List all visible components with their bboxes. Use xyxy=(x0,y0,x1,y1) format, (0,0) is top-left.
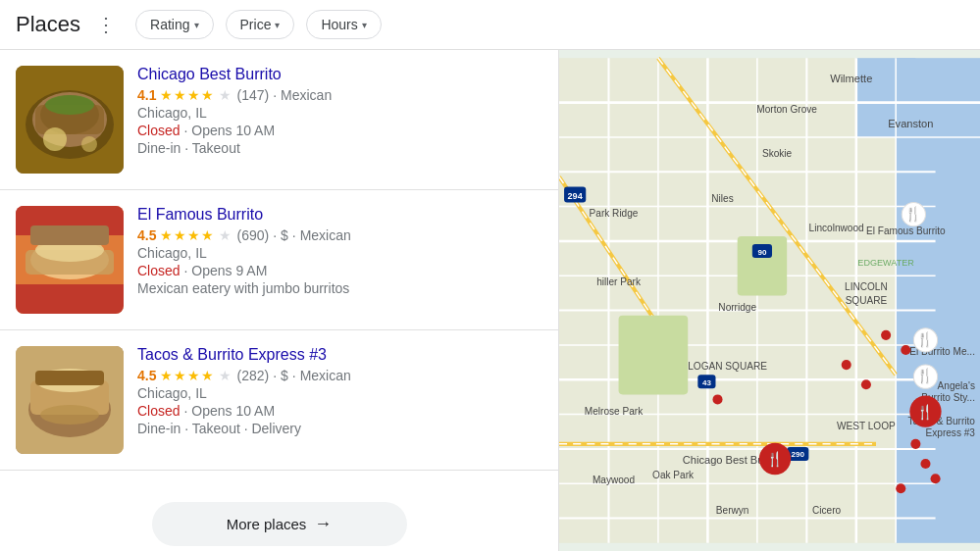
svg-text:294: 294 xyxy=(568,191,583,201)
rating-filter-label: Rating xyxy=(150,17,189,32)
hours-filter-label: Hours xyxy=(321,17,357,32)
place-image xyxy=(16,206,124,314)
svg-text:43: 43 xyxy=(702,378,711,387)
stars-icon: ★★★★ xyxy=(160,227,215,243)
place-services: Dine-in · Takeout · Delivery xyxy=(137,421,542,436)
svg-point-103 xyxy=(712,394,722,404)
place-name: El Famous Burrito xyxy=(137,206,542,224)
svg-rect-18 xyxy=(35,371,104,385)
svg-point-7 xyxy=(81,136,97,152)
stars-icon: ★★★★ xyxy=(160,87,215,103)
svg-text:Cicero: Cicero xyxy=(812,505,842,516)
svg-text:WEST LOOP: WEST LOOP xyxy=(837,421,896,431)
svg-text:LINCOLN: LINCOLN xyxy=(845,281,888,292)
svg-text:Lincolnwood: Lincolnwood xyxy=(809,223,864,233)
place-price: $ · xyxy=(281,227,296,243)
place-rating-row: 4.5 ★★★★★ (690) · $ · Mexican xyxy=(137,227,542,243)
price-filter-button[interactable]: Price ▾ xyxy=(226,10,295,39)
main-content: Chicago Best Burrito 4.1 ★★★★★ (147) · M… xyxy=(0,50,980,551)
svg-text:SQUARE: SQUARE xyxy=(846,295,888,306)
svg-text:LOGAN SQUARE: LOGAN SQUARE xyxy=(688,361,767,372)
place-location: Chicago, IL xyxy=(137,105,542,121)
svg-rect-13 xyxy=(30,225,109,245)
more-places-label: More places xyxy=(227,516,307,532)
closed-label: Closed xyxy=(137,403,181,419)
chevron-down-icon: ▾ xyxy=(362,20,367,30)
place-price: $ · xyxy=(281,368,296,383)
review-count: (690) xyxy=(236,227,269,243)
svg-text:Morton Grove: Morton Grove xyxy=(756,104,817,115)
svg-text:El Famous Burrito: El Famous Burrito xyxy=(866,225,946,236)
svg-text:🍴: 🍴 xyxy=(766,450,784,468)
svg-text:🍴: 🍴 xyxy=(916,367,934,384)
place-details: Tacos & Burrito Express #3 4.5 ★★★★★ (28… xyxy=(137,346,542,438)
half-star-icon: ★ xyxy=(219,227,232,243)
place-rating-row: 4.5 ★★★★★ (282) · $ · Mexican xyxy=(137,368,542,383)
hours-filter-button[interactable]: Hours ▾ xyxy=(306,10,381,39)
more-places-container: More places → xyxy=(0,471,558,551)
open-time: · Opens 10 AM xyxy=(183,403,275,419)
review-count: (147) xyxy=(236,87,269,103)
svg-point-95 xyxy=(842,360,851,370)
closed-label: Closed xyxy=(137,123,181,138)
place-services: Dine-in · Takeout xyxy=(137,140,542,156)
svg-point-19 xyxy=(40,405,99,425)
place-name: Tacos & Burrito Express #3 xyxy=(137,346,542,364)
svg-text:Berwyn: Berwyn xyxy=(716,505,749,516)
page-header: Places ⋮ Rating ▾ Price ▾ Hours ▾ xyxy=(0,0,980,50)
svg-text:Norridge: Norridge xyxy=(718,302,756,313)
svg-point-100 xyxy=(920,459,930,469)
place-item[interactable]: Tacos & Burrito Express #3 4.5 ★★★★★ (28… xyxy=(0,330,558,471)
map-svg: 294 90 290 43 Wilmette Evanston Morton G… xyxy=(559,50,980,551)
place-image xyxy=(16,346,124,454)
arrow-right-icon: → xyxy=(314,514,332,534)
open-time: · Opens 9 AM xyxy=(183,263,267,278)
svg-text:Angela's: Angela's xyxy=(938,380,975,391)
place-status: Closed · Opens 9 AM xyxy=(137,263,542,278)
map-pin-el-burrito[interactable]: 🍴 xyxy=(913,328,937,352)
svg-text:Express #3: Express #3 xyxy=(926,427,976,438)
place-location: Chicago, IL xyxy=(137,385,542,401)
map-area[interactable]: 294 90 290 43 Wilmette Evanston Morton G… xyxy=(559,50,980,551)
price-filter-label: Price xyxy=(240,17,272,32)
svg-point-6 xyxy=(43,127,67,151)
rating-value: 4.1 xyxy=(137,87,156,103)
place-status: Closed · Opens 10 AM xyxy=(137,403,542,419)
map-pin-angelas[interactable]: 🍴 xyxy=(913,365,937,388)
places-list: Chicago Best Burrito 4.1 ★★★★★ (147) · M… xyxy=(0,50,559,551)
svg-text:hiller Park: hiller Park xyxy=(596,276,642,287)
place-name: Chicago Best Burrito xyxy=(137,66,542,83)
svg-text:Park Ridge: Park Ridge xyxy=(590,208,639,219)
more-places-button[interactable]: More places → xyxy=(152,502,407,546)
place-details: El Famous Burrito 4.5 ★★★★★ (690) · $ · … xyxy=(137,206,542,296)
stars-icon: ★★★★ xyxy=(160,368,215,383)
rating-filter-button[interactable]: Rating ▾ xyxy=(135,10,213,39)
more-options-icon[interactable]: ⋮ xyxy=(96,13,116,36)
svg-text:EDGEWATER: EDGEWATER xyxy=(857,258,914,268)
svg-text:Wilmette: Wilmette xyxy=(830,73,872,84)
page-title: Places xyxy=(16,12,80,37)
svg-text:Melrose Park: Melrose Park xyxy=(585,406,644,417)
svg-text:290: 290 xyxy=(792,450,805,459)
place-description: Mexican eatery with jumbo burritos xyxy=(137,280,542,296)
map-pin-tacos-express[interactable]: 🍴 xyxy=(909,395,941,426)
svg-point-96 xyxy=(861,379,871,389)
svg-point-102 xyxy=(896,483,905,493)
closed-label: Closed xyxy=(137,263,181,278)
svg-point-5 xyxy=(45,95,94,115)
chevron-down-icon: ▾ xyxy=(275,20,280,30)
svg-text:🍴: 🍴 xyxy=(916,403,934,421)
half-star-icon: ★ xyxy=(219,87,232,103)
map-pin-chicago-best[interactable]: 🍴 xyxy=(759,443,791,475)
rating-value: 4.5 xyxy=(137,368,156,383)
place-item[interactable]: El Famous Burrito 4.5 ★★★★★ (690) · $ · … xyxy=(0,190,558,330)
place-item[interactable]: Chicago Best Burrito 4.1 ★★★★★ (147) · M… xyxy=(0,50,558,190)
place-cuisine: Mexican xyxy=(281,87,332,103)
svg-text:Evanston: Evanston xyxy=(888,118,933,129)
place-status: Closed · Opens 10 AM xyxy=(137,123,542,138)
map-pin-el-famous[interactable]: 🍴 xyxy=(902,203,925,226)
svg-text:🍴: 🍴 xyxy=(916,330,934,348)
svg-text:Niles: Niles xyxy=(711,193,733,204)
rating-value: 4.5 xyxy=(137,227,156,243)
svg-text:90: 90 xyxy=(757,248,766,257)
